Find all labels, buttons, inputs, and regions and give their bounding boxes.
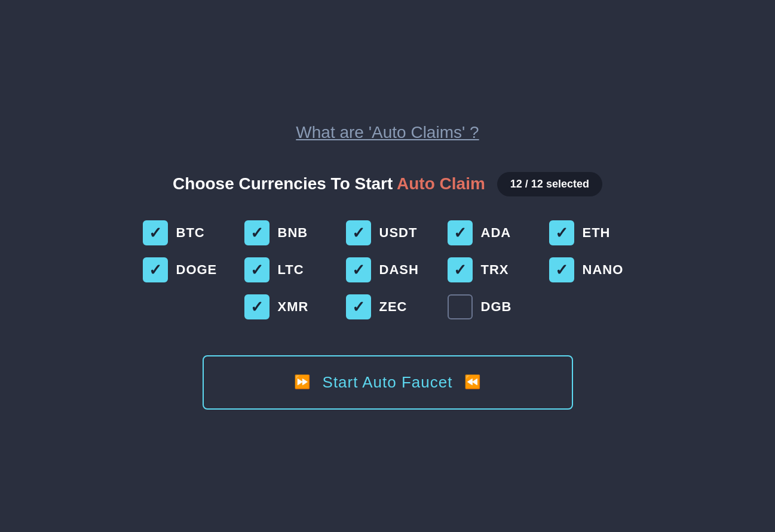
checkbox-dgb[interactable]: [448, 294, 473, 319]
checkbox-dash[interactable]: [346, 257, 371, 282]
currency-label-nano: NANO: [583, 262, 624, 278]
checkbox-xmr[interactable]: [244, 294, 269, 319]
checkbox-bnb[interactable]: [244, 220, 269, 245]
start-auto-faucet-button[interactable]: ⏩ Start Auto Faucet ⏪: [203, 355, 573, 410]
checkbox-ltc[interactable]: [244, 257, 269, 282]
currency-item-ada: ADA: [448, 220, 531, 245]
currency-item-dgb: DGB: [448, 294, 531, 319]
currency-item-ltc: LTC: [244, 257, 328, 282]
section-title-prefix: Choose Currencies To Start: [173, 174, 397, 193]
checkbox-nano[interactable]: [549, 257, 574, 282]
currency-item-dash: DASH: [346, 257, 430, 282]
main-container: What are 'Auto Claims' ? Choose Currenci…: [119, 99, 657, 433]
currency-item-xmr: XMR: [244, 294, 328, 319]
start-button-label: Start Auto Faucet: [323, 373, 453, 392]
currency-label-btc: BTC: [176, 225, 205, 241]
title-link[interactable]: What are 'Auto Claims' ?: [296, 123, 479, 142]
currency-item-zec: ZEC: [346, 294, 430, 319]
section-title: Choose Currencies To Start Auto Claim: [173, 174, 485, 193]
currency-row-1: DOGELTCDASHTRXNANO: [143, 257, 633, 282]
selected-badge: 12 / 12 selected: [497, 172, 602, 196]
currency-label-doge: DOGE: [176, 262, 218, 278]
checkbox-btc[interactable]: [143, 220, 168, 245]
currency-item-btc: BTC: [143, 220, 226, 245]
section-title-highlight: Auto Claim: [397, 174, 485, 193]
currency-label-ltc: LTC: [278, 262, 304, 278]
checkbox-doge[interactable]: [143, 257, 168, 282]
currency-item-bnb: BNB: [244, 220, 328, 245]
currency-row-2: XMRZECDGB: [244, 294, 531, 319]
currency-label-ada: ADA: [481, 225, 511, 241]
currency-item-usdt: USDT: [346, 220, 430, 245]
currency-label-eth: ETH: [583, 225, 611, 241]
checkbox-zec[interactable]: [346, 294, 371, 319]
currency-label-usdt: USDT: [379, 225, 418, 241]
checkbox-eth[interactable]: [549, 220, 574, 245]
currency-label-dgb: DGB: [481, 299, 512, 315]
currency-item-eth: ETH: [549, 220, 633, 245]
currency-item-doge: DOGE: [143, 257, 226, 282]
currency-item-trx: TRX: [448, 257, 531, 282]
currency-label-bnb: BNB: [278, 225, 308, 241]
currency-row-0: BTCBNBUSDTADAETH: [143, 220, 633, 245]
currency-item-nano: NANO: [549, 257, 633, 282]
currencies-grid: BTCBNBUSDTADAETHDOGELTCDASHTRXNANOXMRZEC…: [131, 220, 645, 319]
checkbox-ada[interactable]: [448, 220, 473, 245]
rewind-icon: ⏪: [464, 374, 481, 390]
currency-label-xmr: XMR: [278, 299, 309, 315]
checkbox-usdt[interactable]: [346, 220, 371, 245]
checkbox-trx[interactable]: [448, 257, 473, 282]
currency-label-trx: TRX: [481, 262, 509, 278]
fast-forward-icon: ⏩: [294, 374, 311, 390]
currency-label-dash: DASH: [379, 262, 419, 278]
section-header: Choose Currencies To Start Auto Claim 12…: [131, 172, 645, 196]
currency-label-zec: ZEC: [379, 299, 408, 315]
